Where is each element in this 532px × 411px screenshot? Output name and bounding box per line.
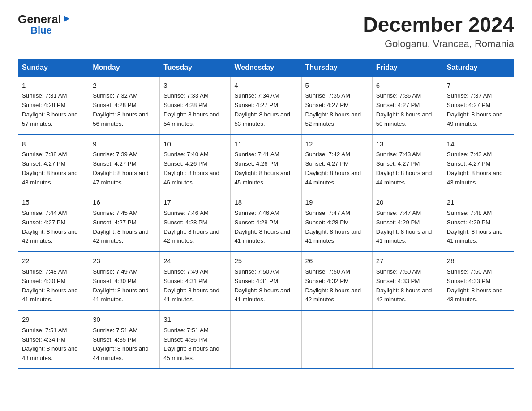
day-number: 1 — [22, 80, 85, 90]
calendar-cell: 5Sunrise: 7:35 AMSunset: 4:27 PMDaylight… — [301, 76, 372, 134]
calendar-cell: 14Sunrise: 7:43 AMSunset: 4:27 PMDayligh… — [443, 135, 514, 193]
day-number: 21 — [447, 197, 510, 207]
day-info: Sunrise: 7:41 AMSunset: 4:26 PMDaylight:… — [234, 151, 290, 186]
day-info: Sunrise: 7:51 AMSunset: 4:36 PMDaylight:… — [163, 327, 219, 362]
day-info: Sunrise: 7:47 AMSunset: 4:28 PMDaylight:… — [305, 210, 361, 244]
day-number: 18 — [234, 197, 297, 207]
day-info: Sunrise: 7:48 AMSunset: 4:30 PMDaylight:… — [22, 268, 78, 303]
calendar-cell: 8Sunrise: 7:38 AMSunset: 4:27 PMDaylight… — [18, 135, 89, 193]
calendar-cell: 27Sunrise: 7:50 AMSunset: 4:33 PMDayligh… — [372, 252, 443, 310]
day-number: 29 — [22, 314, 85, 325]
day-info: Sunrise: 7:51 AMSunset: 4:34 PMDaylight:… — [22, 327, 78, 362]
calendar-cell: 20Sunrise: 7:47 AMSunset: 4:29 PMDayligh… — [372, 193, 443, 252]
calendar-week-row: 8Sunrise: 7:38 AMSunset: 4:27 PMDaylight… — [18, 135, 514, 193]
calendar-cell: 19Sunrise: 7:47 AMSunset: 4:28 PMDayligh… — [301, 193, 372, 252]
calendar-cell: 6Sunrise: 7:36 AMSunset: 4:27 PMDaylight… — [372, 76, 443, 134]
day-number: 10 — [163, 139, 227, 149]
calendar-cell: 11Sunrise: 7:41 AMSunset: 4:26 PMDayligh… — [231, 135, 301, 193]
day-number: 6 — [376, 80, 439, 90]
calendar-cell: 23Sunrise: 7:49 AMSunset: 4:30 PMDayligh… — [89, 252, 160, 310]
page-header: General Blue December 2024 Gologanu, Vra… — [18, 13, 514, 50]
calendar-cell: 26Sunrise: 7:50 AMSunset: 4:32 PMDayligh… — [301, 252, 372, 310]
day-info: Sunrise: 7:38 AMSunset: 4:27 PMDaylight:… — [22, 151, 78, 186]
day-number: 16 — [93, 197, 156, 207]
calendar-cell: 21Sunrise: 7:48 AMSunset: 4:29 PMDayligh… — [443, 193, 514, 252]
calendar-cell: 15Sunrise: 7:44 AMSunset: 4:27 PMDayligh… — [18, 193, 89, 252]
calendar-cell — [372, 310, 443, 369]
day-info: Sunrise: 7:44 AMSunset: 4:27 PMDaylight:… — [22, 210, 78, 244]
calendar-table: Sunday Monday Tuesday Wednesday Thursday… — [18, 59, 514, 370]
day-info: Sunrise: 7:32 AMSunset: 4:28 PMDaylight:… — [93, 92, 149, 127]
day-number: 12 — [305, 139, 369, 149]
day-number: 19 — [305, 197, 369, 207]
day-number: 3 — [163, 80, 227, 90]
calendar-subtitle: Gologanu, Vrancea, Romania — [363, 38, 514, 50]
logo-blue-text: Blue — [30, 25, 52, 36]
day-info: Sunrise: 7:35 AMSunset: 4:27 PMDaylight:… — [305, 92, 361, 127]
calendar-cell: 7Sunrise: 7:37 AMSunset: 4:27 PMDaylight… — [443, 76, 514, 134]
day-number: 23 — [93, 256, 156, 266]
day-info: Sunrise: 7:45 AMSunset: 4:27 PMDaylight:… — [93, 210, 149, 244]
calendar-cell: 30Sunrise: 7:51 AMSunset: 4:35 PMDayligh… — [89, 310, 160, 369]
calendar-cell — [231, 310, 301, 369]
logo-general-text: General — [18, 13, 61, 25]
calendar-cell: 2Sunrise: 7:32 AMSunset: 4:28 PMDaylight… — [89, 76, 160, 134]
calendar-cell: 22Sunrise: 7:48 AMSunset: 4:30 PMDayligh… — [18, 252, 89, 310]
day-number: 30 — [93, 314, 156, 325]
calendar-title-block: December 2024 Gologanu, Vrancea, Romania — [363, 13, 514, 50]
day-number: 26 — [305, 256, 369, 266]
calendar-cell: 10Sunrise: 7:40 AMSunset: 4:26 PMDayligh… — [160, 135, 231, 193]
day-number: 11 — [234, 139, 297, 149]
day-number: 27 — [376, 256, 439, 266]
calendar-week-row: 1Sunrise: 7:31 AMSunset: 4:28 PMDaylight… — [18, 76, 514, 134]
day-info: Sunrise: 7:37 AMSunset: 4:27 PMDaylight:… — [447, 92, 503, 127]
col-friday: Friday — [372, 59, 443, 76]
col-monday: Monday — [89, 59, 160, 76]
calendar-cell: 9Sunrise: 7:39 AMSunset: 4:27 PMDaylight… — [89, 135, 160, 193]
day-info: Sunrise: 7:31 AMSunset: 4:28 PMDaylight:… — [22, 92, 78, 127]
calendar-cell: 25Sunrise: 7:50 AMSunset: 4:31 PMDayligh… — [231, 252, 301, 310]
calendar-cell: 24Sunrise: 7:49 AMSunset: 4:31 PMDayligh… — [160, 252, 231, 310]
day-number: 22 — [22, 256, 85, 266]
day-number: 2 — [93, 80, 156, 90]
day-info: Sunrise: 7:46 AMSunset: 4:28 PMDaylight:… — [163, 210, 219, 244]
calendar-cell: 1Sunrise: 7:31 AMSunset: 4:28 PMDaylight… — [18, 76, 89, 134]
calendar-cell: 17Sunrise: 7:46 AMSunset: 4:28 PMDayligh… — [160, 193, 231, 252]
day-number: 20 — [376, 197, 439, 207]
day-info: Sunrise: 7:49 AMSunset: 4:30 PMDaylight:… — [93, 268, 149, 303]
day-number: 31 — [163, 314, 227, 325]
day-info: Sunrise: 7:43 AMSunset: 4:27 PMDaylight:… — [376, 151, 432, 186]
calendar-week-row: 22Sunrise: 7:48 AMSunset: 4:30 PMDayligh… — [18, 252, 514, 310]
day-info: Sunrise: 7:39 AMSunset: 4:27 PMDaylight:… — [93, 151, 149, 186]
svg-marker-0 — [64, 16, 69, 22]
day-info: Sunrise: 7:48 AMSunset: 4:29 PMDaylight:… — [447, 210, 503, 244]
day-info: Sunrise: 7:49 AMSunset: 4:31 PMDaylight:… — [163, 268, 219, 303]
calendar-cell: 12Sunrise: 7:42 AMSunset: 4:27 PMDayligh… — [301, 135, 372, 193]
day-info: Sunrise: 7:40 AMSunset: 4:26 PMDaylight:… — [163, 151, 219, 186]
col-sunday: Sunday — [18, 59, 89, 76]
day-number: 17 — [163, 197, 227, 207]
day-info: Sunrise: 7:47 AMSunset: 4:29 PMDaylight:… — [376, 210, 432, 244]
day-number: 8 — [22, 139, 85, 149]
day-info: Sunrise: 7:43 AMSunset: 4:27 PMDaylight:… — [447, 151, 503, 186]
calendar-cell: 31Sunrise: 7:51 AMSunset: 4:36 PMDayligh… — [160, 310, 231, 369]
calendar-title: December 2024 — [363, 13, 514, 36]
calendar-cell — [301, 310, 372, 369]
calendar-cell: 4Sunrise: 7:34 AMSunset: 4:27 PMDaylight… — [231, 76, 301, 134]
calendar-cell — [443, 310, 514, 369]
calendar-header: Sunday Monday Tuesday Wednesday Thursday… — [18, 59, 514, 76]
day-number: 4 — [234, 80, 297, 90]
logo-triangle-icon — [62, 15, 70, 25]
day-info: Sunrise: 7:42 AMSunset: 4:27 PMDaylight:… — [305, 151, 361, 186]
day-info: Sunrise: 7:34 AMSunset: 4:27 PMDaylight:… — [234, 92, 290, 127]
calendar-cell: 13Sunrise: 7:43 AMSunset: 4:27 PMDayligh… — [372, 135, 443, 193]
calendar-week-row: 15Sunrise: 7:44 AMSunset: 4:27 PMDayligh… — [18, 193, 514, 252]
day-number: 15 — [22, 197, 85, 207]
calendar-body: 1Sunrise: 7:31 AMSunset: 4:28 PMDaylight… — [18, 76, 514, 369]
day-number: 7 — [447, 80, 510, 90]
day-info: Sunrise: 7:50 AMSunset: 4:33 PMDaylight:… — [447, 268, 503, 303]
day-info: Sunrise: 7:51 AMSunset: 4:35 PMDaylight:… — [93, 327, 149, 362]
header-row: Sunday Monday Tuesday Wednesday Thursday… — [18, 59, 514, 76]
col-thursday: Thursday — [301, 59, 372, 76]
day-info: Sunrise: 7:36 AMSunset: 4:27 PMDaylight:… — [376, 92, 432, 127]
